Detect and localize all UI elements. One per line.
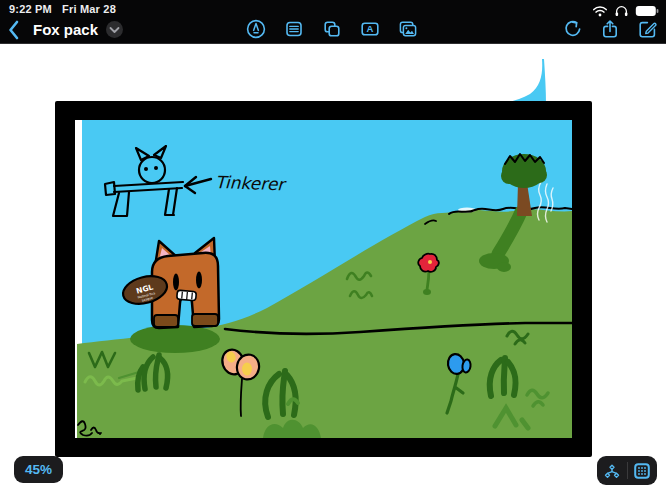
grid-icon[interactable] — [628, 456, 658, 485]
fox-teeth — [177, 290, 197, 301]
text-box-icon[interactable]: A — [359, 18, 381, 40]
undo-icon[interactable] — [562, 18, 584, 40]
note-title[interactable]: Fox pack — [33, 21, 98, 38]
tinkerer-label: Tinkerer — [215, 172, 288, 195]
fox-paw-right — [192, 314, 218, 326]
fox-shadow — [130, 325, 220, 353]
title-menu-button[interactable] — [106, 21, 123, 38]
svg-text:A: A — [367, 23, 374, 34]
zoom-level-badge[interactable]: 45% — [14, 456, 63, 483]
back-button[interactable] — [6, 18, 24, 42]
fox-eye-left — [173, 274, 179, 291]
blue-swoosh-doodle — [488, 56, 552, 106]
share-icon[interactable] — [599, 18, 621, 40]
shapes-icon[interactable] — [321, 18, 343, 40]
status-bar-left: 9:22 PM Fri Mar 28 — [9, 3, 116, 15]
top-toolbar: 9:22 PM Fri Mar 28 Fox pack — [0, 0, 666, 44]
compose-icon[interactable] — [636, 18, 658, 40]
drawing-canvas[interactable]: Tinkerer NGL Natmal fica — [75, 120, 572, 438]
markup-pen-icon[interactable] — [245, 18, 267, 40]
notes-icon[interactable] — [283, 18, 305, 40]
nodes-icon[interactable] — [597, 456, 627, 485]
chevron-down-icon — [109, 26, 120, 34]
drawing-frame: Tinkerer NGL Natmal fica — [55, 101, 592, 457]
clock-time: 9:22 PM — [9, 3, 52, 15]
corner-tool-panel — [597, 456, 657, 485]
fox-eye-right — [196, 272, 202, 289]
action-buttons-group — [562, 18, 658, 40]
fox-paw-left — [154, 315, 178, 327]
photos-icon[interactable] — [397, 18, 419, 40]
clock-date: Fri Mar 28 — [62, 3, 116, 15]
drawing-tools-group: A — [245, 18, 419, 40]
